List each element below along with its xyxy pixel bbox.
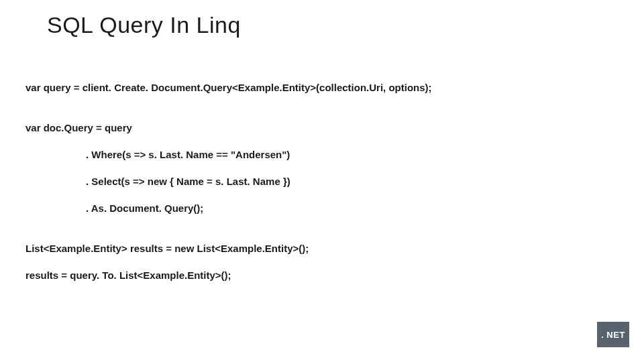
code-block: var query = client. Create. Document.Que…: [0, 38, 644, 284]
code-line-1: var query = client. Create. Document.Que…: [25, 80, 644, 96]
slide-title: SQL Query In Linq: [0, 0, 644, 38]
code-line-2: var doc.Query = query: [25, 120, 644, 136]
code-line-5: . As. Document. Query();: [25, 200, 644, 217]
code-line-4: . Select(s => new { Name = s. Last. Name…: [25, 174, 644, 190]
code-line-6: List<Example.Entity> results = new List<…: [25, 241, 644, 257]
code-line-7: results = query. To. List<Example.Entity…: [25, 267, 644, 284]
code-line-3: . Where(s => s. Last. Name == "Andersen"…: [25, 147, 644, 163]
dotnet-badge: . NET: [597, 322, 629, 347]
